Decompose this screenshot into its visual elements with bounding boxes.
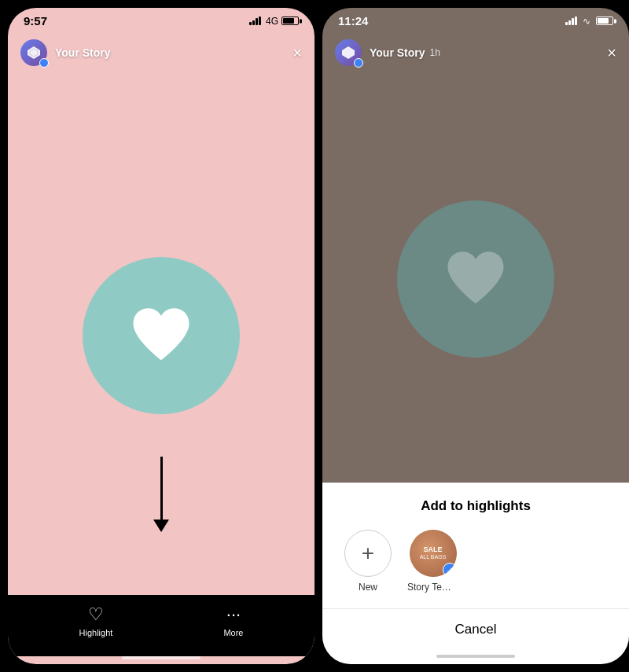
signal-bar-r2 (568, 20, 571, 25)
highlight-label: Highlight (79, 628, 113, 637)
left-status-icons: 4G (249, 16, 299, 27)
left-heart-circle (83, 257, 240, 414)
right-status-bar: 11:24 ∿ (322, 8, 629, 31)
left-time: 9:57 (24, 14, 47, 28)
add-circle[interactable]: + (344, 530, 392, 577)
cancel-button[interactable]: Cancel (338, 609, 613, 650)
right-phone: 11:24 ∿ Your (314, 0, 629, 672)
right-battery-fill (598, 18, 609, 24)
right-time: 11:24 (338, 14, 368, 28)
plus-icon: + (362, 541, 374, 566)
left-bottom-bar: ♡ Highlight ··· More (8, 595, 314, 656)
highlight-icon: ♡ (88, 604, 104, 625)
right-wifi-icon: ∿ (583, 16, 590, 27)
left-phone-frame: 9:57 4G (8, 8, 314, 664)
highlights-row: + New SALE ALL BAGS ✓ (338, 530, 613, 605)
down-arrow (153, 457, 169, 532)
right-heart-circle (397, 200, 554, 358)
signal-bar-r1 (565, 22, 568, 25)
signal-bar-r4 (575, 17, 577, 25)
more-button[interactable]: ··· More (223, 604, 243, 637)
left-network: 4G (266, 16, 278, 27)
left-avatar-badge (39, 58, 49, 68)
thumb-text-1: SALE (423, 546, 442, 554)
left-story-username: Your Story (55, 46, 111, 59)
right-story-username: Your Story (370, 46, 425, 59)
svg-marker-0 (28, 46, 40, 59)
right-status-icons: ∿ (565, 16, 613, 27)
add-to-highlights-sheet: Add to highlights + New SALE AL (322, 483, 629, 664)
signal-bar-r3 (572, 18, 574, 25)
sheet-title: Add to highlights (338, 498, 613, 514)
thumb-text-wrapper: SALE ALL BAGS (420, 546, 447, 560)
right-heart-icon (440, 248, 511, 310)
left-story-content (8, 75, 314, 595)
right-signal-icon (565, 17, 577, 25)
right-avatar-icon (340, 45, 356, 61)
arrow-line (160, 457, 163, 520)
existing-label: Story Templ... (407, 582, 458, 593)
right-battery-icon (596, 17, 613, 25)
left-signal-icon (249, 17, 261, 25)
more-icon: ··· (226, 604, 241, 625)
signal-bar-2 (252, 20, 255, 25)
left-close-btn[interactable]: × (292, 44, 302, 62)
highlight-thumb: SALE ALL BAGS ✓ (410, 530, 457, 577)
right-close-btn[interactable]: × (607, 44, 616, 62)
right-story-content (322, 75, 629, 483)
new-highlight-item[interactable]: + New (344, 530, 392, 593)
left-phone: 9:57 4G (0, 0, 314, 672)
signal-bar-1 (249, 22, 252, 25)
right-home-indicator (436, 655, 515, 658)
highlight-button[interactable]: ♡ Highlight (79, 604, 113, 637)
checkmark-badge: ✓ (443, 563, 457, 577)
right-phone-frame: 11:24 ∿ Your (322, 8, 629, 664)
left-avatar (20, 39, 47, 66)
left-battery-icon (281, 17, 299, 25)
thumb-text-2: ALL BAGS (420, 554, 447, 560)
arrow-head (153, 520, 169, 532)
signal-bar-3 (256, 18, 258, 25)
left-status-bar: 9:57 4G (8, 8, 314, 31)
existing-highlight-item[interactable]: SALE ALL BAGS ✓ Story Templ... (407, 530, 458, 593)
signal-bar-4 (259, 17, 261, 25)
left-heart-icon (126, 304, 197, 367)
avatar-icon (26, 45, 42, 61)
left-home-indicator (122, 656, 200, 659)
left-battery-fill (283, 18, 294, 24)
more-label: More (223, 628, 243, 637)
right-avatar (335, 39, 362, 66)
new-label: New (359, 582, 377, 593)
right-avatar-badge (354, 58, 363, 68)
right-story-time: 1h (430, 47, 440, 58)
svg-marker-2 (342, 46, 355, 59)
